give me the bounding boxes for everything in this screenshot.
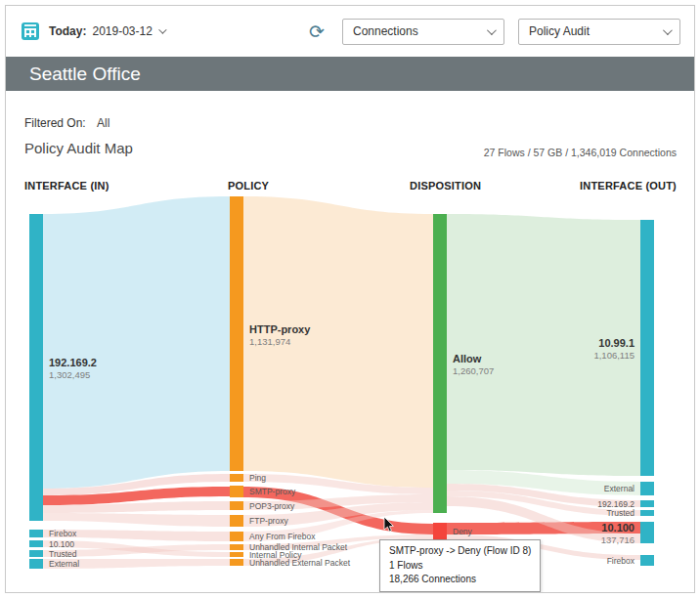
node-value-allow: 1,260,707: [453, 365, 494, 376]
filtered-on-value: All: [97, 116, 109, 130]
node-value-out-10-100: 137,716: [601, 534, 634, 545]
flow-in-192-169-2-to-http-proxy[interactable]: [43, 196, 230, 489]
node-label-ftp-proxy: FTP-proxy: [249, 516, 288, 526]
node-deny[interactable]: [433, 523, 447, 539]
node-unhandled-external-packet[interactable]: [230, 559, 243, 566]
chevron-down-icon: [158, 25, 166, 33]
node-http-proxy[interactable]: [230, 196, 243, 471]
column-header-interface-in: INTERFACE (IN): [24, 180, 109, 192]
node-value-http-proxy: 1,131,974: [249, 336, 290, 347]
app-window: Today: 2019-03-12 ⟳ Connections Policy A…: [5, 5, 695, 593]
node-label-any-from-firebox: Any From Firebox: [249, 532, 316, 541]
date-selector[interactable]: Today: 2019-03-12: [49, 24, 164, 38]
node-in-external[interactable]: [29, 559, 43, 569]
node-in-firebox[interactable]: [29, 530, 43, 537]
node-in-trusted[interactable]: [29, 550, 43, 557]
node-label-unhandled-external-packet: Unhandled External Packet: [249, 558, 351, 568]
tooltip-line-2: 1 Flows: [389, 559, 531, 574]
node-value-out-10-99-1: 1,106,115: [593, 350, 634, 361]
view-dropdown[interactable]: Connections: [342, 19, 504, 45]
mouse-cursor-icon: [383, 517, 397, 534]
node-out-trusted[interactable]: [640, 510, 654, 516]
page-title: Seattle Office: [29, 64, 141, 84]
node-ping[interactable]: [230, 474, 243, 482]
column-header-disposition: DISPOSITION: [410, 180, 481, 192]
node-smtp-proxy[interactable]: [230, 486, 243, 497]
content: Filtered On: All Policy Audit Map 27 Flo…: [6, 91, 694, 592]
node-label-smtp-proxy: SMTP-proxy: [249, 487, 296, 496]
node-label-out-192-169-2: 192.169.2: [597, 499, 634, 509]
date-value: 2019-03-12: [92, 24, 152, 38]
node-any-from-firebox[interactable]: [230, 532, 243, 541]
node-out-10-100[interactable]: [640, 522, 654, 543]
refresh-icon[interactable]: ⟳: [305, 22, 328, 41]
node-label-in-external: External: [49, 559, 79, 569]
node-label-in-trusted: Trusted: [49, 549, 77, 559]
node-allow[interactable]: [433, 214, 447, 513]
flow-tooltip: SMTP-proxy -> Deny (Flow ID 8) 1 Flows 1…: [379, 539, 541, 592]
chevron-down-icon: [487, 25, 497, 35]
column-header-interface-out: INTERFACE (OUT): [580, 180, 677, 192]
node-label-in-10-100: 10.100: [49, 539, 74, 549]
node-label-in-192-169-2: 192.169.2: [49, 357, 97, 368]
node-out-external[interactable]: [640, 482, 654, 495]
node-ftp-proxy[interactable]: [230, 515, 243, 527]
node-label-out-10-100: 10.100: [601, 522, 634, 534]
chevron-down-icon: [663, 25, 673, 35]
column-header-policy: POLICY: [228, 180, 269, 192]
node-label-out-external: External: [604, 484, 634, 493]
tooltip-line-3: 18,266 Connections: [389, 573, 531, 587]
node-label-pop3-proxy: POP3-proxy: [249, 501, 295, 511]
site-header: Seattle Office: [6, 57, 694, 91]
node-label-out-10-99-1: 10.99.1: [598, 337, 634, 349]
map-stats: 27 Flows / 57 GB / 1,346,019 Connections: [484, 147, 677, 158]
map-title: Policy Audit Map: [24, 140, 133, 156]
node-label-ping: Ping: [249, 473, 266, 483]
toolbar: Today: 2019-03-12 ⟳ Connections Policy A…: [6, 6, 694, 57]
flow-in-192-169-2-to-ftp-proxy[interactable]: [43, 513, 230, 527]
node-out-192-169-2[interactable]: [640, 500, 654, 507]
node-in-10-100[interactable]: [29, 540, 43, 547]
date-label: Today:: [49, 24, 86, 38]
filter-row: Filtered On: All: [24, 116, 109, 130]
node-out-firebox[interactable]: [640, 555, 654, 566]
node-label-out-trusted: Trusted: [606, 508, 634, 518]
filtered-on-label: Filtered On:: [24, 116, 86, 130]
view-dropdown-value: Connections: [353, 24, 418, 38]
node-internal-policy[interactable]: [230, 552, 243, 557]
node-label-out-firebox: Firebox: [607, 556, 635, 566]
report-dropdown-value: Policy Audit: [529, 24, 590, 38]
node-label-http-proxy: HTTP-proxy: [249, 323, 311, 335]
sankey-canvas: 192.169.21,302,495Firebox10.100TrustedEx…: [6, 192, 694, 592]
report-dropdown[interactable]: Policy Audit: [518, 19, 680, 45]
node-in-192-169-2[interactable]: [29, 214, 43, 521]
node-out-10-99-1[interactable]: [640, 220, 654, 476]
node-label-deny: Deny: [453, 527, 473, 536]
tooltip-line-1: SMTP-proxy -> Deny (Flow ID 8): [389, 544, 531, 559]
node-pop3-proxy[interactable]: [230, 501, 243, 510]
node-label-in-firebox: Firebox: [49, 529, 77, 538]
node-unhandled-internal-packet[interactable]: [230, 544, 243, 550]
node-value-in-192-169-2: 1,302,495: [49, 369, 90, 380]
node-label-allow: Allow: [453, 353, 482, 364]
calendar-icon: [22, 22, 39, 40]
